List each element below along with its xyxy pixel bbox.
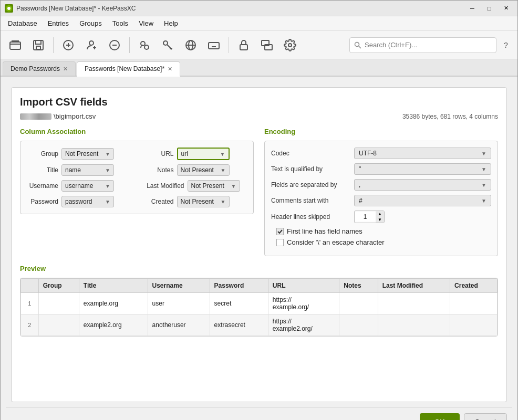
text-qualified-select[interactable]: " ▼ [354,163,491,175]
notes-select[interactable]: Not Present ▼ [177,164,230,176]
menubar: Database Entries Groups Tools View Help [1,16,517,31]
text-qualified-label: Text is qualified by [271,165,350,173]
menu-tools[interactable]: Tools [107,17,133,29]
preview-table: Group Title Username Password URL Notes … [20,278,498,336]
new-entry-button[interactable] [58,35,79,56]
toolbar: ? [1,31,517,59]
open-database-button[interactable] [5,35,26,56]
close-button[interactable]: ✕ [499,3,513,14]
tab-new-database[interactable]: Passwords [New Database]* ✕ [77,61,180,77]
col-header-created: Created [450,279,498,293]
password-select[interactable]: password ▼ [61,196,114,207]
group-select[interactable]: Not Present ▼ [61,148,114,160]
username-row: Username username ▼ [27,180,132,192]
first-line-label: First line has field names [287,227,362,235]
titlebar-left: Passwords [New Database]* - KeePassXC [5,4,136,13]
spin-down[interactable]: ▼ [376,217,384,223]
keepassxc-icon [5,4,13,13]
close-tab-demo[interactable]: ✕ [63,66,68,72]
titlebar: Passwords [New Database]* - KeePassXC ─ … [1,1,517,16]
group-select-arrow: ▼ [105,151,110,157]
first-line-checkbox[interactable] [276,228,284,235]
menu-database[interactable]: Database [3,17,43,29]
username-select[interactable]: username ▼ [61,180,114,192]
footer: OK Cancel [6,407,512,420]
preview-section: Preview Group Title Username Password UR… [20,265,498,337]
keyboard-button[interactable] [203,35,224,56]
text-qualified-arrow: ▼ [481,166,486,172]
menu-groups[interactable]: Groups [74,17,107,29]
fields-separated-select[interactable]: , ▼ [354,179,491,191]
help-button[interactable]: ? [499,38,513,52]
url-row: URL url ▼ [142,148,247,160]
maximize-button[interactable]: □ [482,3,496,14]
codec-row: Codec UTF-8 ▼ [271,148,491,159]
cancel-button[interactable]: Cancel [464,413,507,420]
codec-select[interactable]: UTF-8 ▼ [354,148,491,159]
title-select[interactable]: name ▼ [61,164,114,176]
clone-entry-button[interactable] [134,35,155,56]
menu-help[interactable]: Help [159,17,183,29]
sync-button[interactable] [256,35,277,56]
last-modified-select[interactable]: Not Present ▼ [188,180,240,192]
close-tab-new[interactable]: ✕ [168,66,172,72]
minimize-button[interactable]: ─ [465,3,480,14]
text-qualified-row: Text is qualified by " ▼ [271,163,491,175]
fields-separated-arrow: ▼ [481,182,486,188]
encoding-title: Encoding [264,128,498,135]
preview-table-wrap: Group Title Username Password URL Notes … [20,278,498,337]
row-2-title: example2.org [79,314,148,336]
created-select-arrow: ▼ [221,199,226,205]
svg-point-32 [288,44,292,47]
row-1-group [38,293,79,314]
spin-up[interactable]: ▲ [376,211,384,217]
import-file-path: \bigimport.csv [20,112,96,120]
header-lines-label: Header lines skipped [271,213,350,220]
column-association-section: Column Association Group Not Present ▼ [20,128,254,256]
svg-point-33 [355,42,359,46]
key-button[interactable] [157,35,178,56]
tab-demo-passwords[interactable]: Demo Passwords ✕ [3,61,76,76]
url-select[interactable]: url ▼ [177,148,230,160]
comments-start-select[interactable]: # ▼ [354,195,491,206]
menu-view[interactable]: View [133,17,159,29]
row-1-username: user [148,293,210,314]
row-1-notes [339,293,378,314]
delete-entry-button[interactable] [104,35,125,56]
row-2-username: anotheruser [148,314,210,336]
notes-select-arrow: ▼ [221,167,226,173]
settings-button[interactable] [279,35,301,56]
svg-rect-4 [36,40,41,44]
created-select[interactable]: Not Present ▼ [177,196,230,207]
search-input[interactable] [365,41,492,49]
save-database-button[interactable] [28,35,49,56]
col-header-num [21,279,39,293]
ok-button[interactable]: OK [420,413,460,420]
title-row: Title name ▼ [27,164,132,176]
row-2-notes [339,314,378,336]
edit-entry-button[interactable] [81,35,102,56]
password-row: Password password ▼ [27,196,132,207]
created-label: Created [142,198,174,205]
file-info-row: \bigimport.csv 35386 bytes, 681 rows, 4 … [20,112,498,120]
svg-point-9 [89,41,94,45]
codec-select-arrow: ▼ [481,151,486,156]
app-window: Passwords [New Database]* - KeePassXC ─ … [0,0,518,420]
svg-point-15 [144,45,149,49]
fields-separated-row: Fields are separated by , ▼ [271,179,491,191]
svg-rect-2 [10,42,20,49]
titlebar-title: Passwords [New Database]* - KeePassXC [16,5,136,12]
header-lines-spinner: 1 ▲ ▼ [354,211,385,223]
url-label: URL [142,150,174,158]
created-row: Created Not Present ▼ [142,196,247,207]
search-icon [354,41,361,49]
web-button[interactable] [180,35,201,56]
comments-start-label: Comments start with [271,197,350,204]
toolbar-sep-3 [229,37,229,53]
fields-separated-label: Fields are separated by [271,181,350,188]
escape-char-checkbox[interactable] [276,239,284,246]
row-1-num: 1 [21,293,39,314]
last-modified-select-arrow: ▼ [231,183,236,189]
menu-entries[interactable]: Entries [43,17,74,29]
lock-button[interactable] [233,35,254,56]
